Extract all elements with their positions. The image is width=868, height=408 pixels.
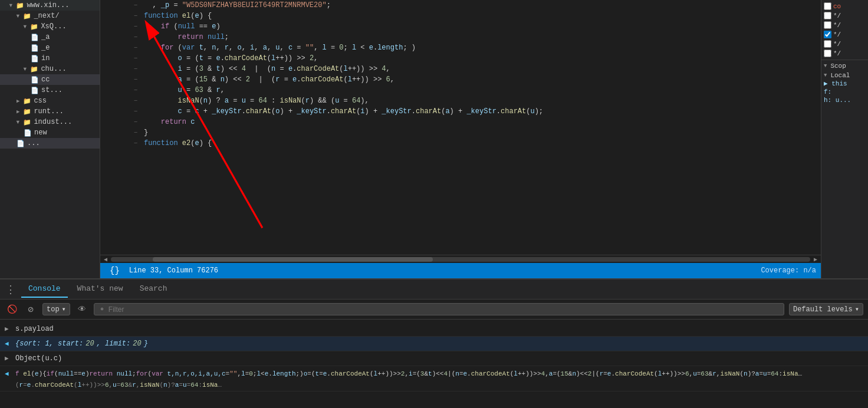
code-line: – function e2(e) { — [100, 138, 821, 149]
file-icon: 📄 — [17, 140, 25, 147]
sidebar-label: indust... — [34, 118, 72, 126]
sidebar-label: _e — [41, 44, 50, 52]
scope-header-row: ▼ Scop — [824, 62, 866, 70]
sidebar-label: in — [41, 54, 50, 62]
line-content: if (null == e) — [142, 21, 821, 32]
expand-arrow-icon[interactable]: ▶ — [5, 325, 13, 333]
checkbox-5[interactable] — [824, 50, 831, 57]
line-content: , _p = "W5DS0NFZHAYB8EUI2T649RT2MNRMVE20… — [142, 0, 821, 11]
code-view[interactable]: – , _p = "W5DS0NFZHAYB8EUI2T649RT2MNRMVE… — [100, 0, 821, 255]
sidebar-item-www[interactable]: ▶ 📁 www.xin... — [0, 0, 100, 11]
sidebar-item-unknown[interactable]: 📄 ... — [0, 138, 100, 149]
chevron-down-icon: ▾ — [62, 305, 66, 314]
file-icon: 📄 — [31, 34, 39, 41]
scope-triangle-icon: ▼ — [824, 63, 827, 69]
line-content: u = 63 & r, — [142, 85, 821, 96]
tab-whats-new[interactable]: What's new — [70, 281, 130, 298]
checkbox-co[interactable] — [824, 2, 831, 10]
status-curly-icon[interactable]: {} — [105, 266, 124, 275]
triangle-icon: ▶ — [22, 25, 28, 28]
expand-arrow-icon[interactable]: ▶ — [5, 354, 13, 362]
sidebar-label: css — [34, 97, 47, 105]
file-icon: 📄 — [31, 55, 39, 62]
checkbox-label: */ — [833, 12, 841, 19]
sidebar-item-new[interactable]: 📄 new — [0, 127, 100, 138]
sidebar-item-in[interactable]: 📄 in — [0, 53, 100, 64]
line-number — [100, 74, 130, 85]
line-dash: – — [130, 106, 142, 117]
tab-console[interactable]: Console — [21, 281, 68, 298]
line-dash: – — [130, 53, 142, 64]
line-dash: – — [130, 0, 142, 11]
checkbox-row-3: */ — [824, 31, 866, 38]
scope-header-label: Scop — [830, 62, 846, 70]
code-entry-continuation: (r=e.charCodeAt(l++))>>6,u=63&r,isNaN(n)… — [5, 381, 222, 389]
sidebar-item-cc[interactable]: 📄 cc — [0, 74, 100, 85]
scope-section: ▼ Scop ▼ Local ▶ this f: h: u... — [821, 60, 868, 107]
line-number — [100, 0, 130, 11]
scroll-thumb[interactable] — [153, 257, 432, 262]
context-label: top — [47, 305, 60, 314]
sidebar-item-runt[interactable]: ▶ 📁 runt... — [0, 106, 100, 117]
context-selector[interactable]: top ▾ — [42, 303, 70, 315]
sidebar-item-e[interactable]: 📄 _e — [0, 42, 100, 53]
folder-icon: 📁 — [30, 23, 38, 31]
sidebar-item-a[interactable]: 📄 _a — [0, 32, 100, 42]
sidebar-item-xsq[interactable]: ▶ 📁 XsQ... — [0, 21, 100, 32]
scroll-left-button[interactable]: ◀ — [100, 255, 111, 264]
settings-button[interactable]: ⊘ — [24, 302, 38, 317]
clear-console-button[interactable]: 🚫 — [5, 302, 19, 317]
filter-area: ⚬ — [94, 303, 784, 315]
sidebar-label: st... — [41, 86, 63, 94]
sidebar-item-next[interactable]: ▶ 📁 _next/ — [0, 11, 100, 21]
filter-icon: ⚬ — [99, 305, 105, 314]
scope-item-h: h: u... — [824, 96, 866, 104]
sidebar-label: new — [34, 129, 47, 137]
code-line: – } — [100, 127, 821, 138]
bottom-panel: ⋮ Console What's new Search 🚫 ⊘ top ▾ 👁 … — [0, 278, 868, 408]
tab-search[interactable]: Search — [133, 281, 175, 298]
horizontal-scrollbar[interactable]: ◀ ▶ — [100, 255, 821, 263]
more-options-button[interactable]: ⋮ — [2, 281, 19, 298]
line-content: i = (3 & t) << 4 | (n = e.charCodeAt(l++… — [142, 64, 821, 74]
sidebar-item-st[interactable]: 📄 st... — [0, 85, 100, 96]
sidebar-item-chu[interactable]: ▶ 📁 chu... — [0, 64, 100, 74]
checkbox-label: */ — [833, 50, 841, 57]
eye-button[interactable]: 👁 — [75, 302, 89, 317]
right-panel-checkboxes: co */ */ */ */ */ — [821, 0, 868, 60]
sidebar-item-indust[interactable]: ▶ 📁 indust... — [0, 117, 100, 127]
checkbox-row-4: */ — [824, 40, 866, 48]
filter-input[interactable] — [108, 305, 779, 314]
checkbox-label: */ — [833, 41, 841, 48]
checkbox-label: */ — [833, 22, 841, 29]
scroll-track[interactable] — [111, 257, 810, 262]
status-bar: {} Line 33, Column 76276 Coverage: n/a — [100, 263, 821, 278]
collapse-arrow-icon[interactable]: ◀ — [5, 340, 13, 347]
sidebar-item-css[interactable]: ▶ 📁 css — [0, 96, 100, 106]
checkbox-4[interactable] — [824, 40, 831, 48]
entry-text: Object(u.c) — [15, 353, 62, 364]
scope-item-label: h: u... — [824, 97, 851, 104]
console-entry-sort: ◀ {sort: 1, start: 20 , limit: 20 } — [0, 337, 868, 351]
coverage-label: Coverage: n/a — [761, 266, 816, 275]
console-entry-payload: ▶ s.payload — [0, 322, 868, 337]
line-number — [100, 106, 130, 117]
code-entry-row: ◀ f el(e){if(null==e)return null;for(var… — [5, 368, 802, 379]
checkbox-3[interactable] — [824, 31, 831, 38]
checkbox-1[interactable] — [824, 12, 831, 19]
scroll-right-button[interactable]: ▶ — [810, 255, 821, 264]
line-dash: – — [130, 32, 142, 42]
console-output[interactable]: ▶ s.payload ◀ {sort: 1, start: 20 , limi… — [0, 320, 868, 408]
code-line: – function el(e) { — [100, 11, 821, 21]
entry-text: s.payload — [15, 324, 54, 334]
entry-close: } — [144, 338, 148, 349]
checkbox-row-5: */ — [824, 50, 866, 57]
line-dash: – — [130, 85, 142, 96]
line-content: return c — [142, 117, 821, 127]
code-entry-text: f el(e){if(null==e)return null;for(var t… — [15, 368, 802, 379]
checkbox-2[interactable] — [824, 21, 831, 29]
line-column-text: Line 33, Column 76276 — [129, 266, 218, 275]
levels-selector[interactable]: Default levels ▾ — [789, 303, 863, 315]
code-line: – return c — [100, 117, 821, 127]
file-icon: 📄 — [24, 129, 32, 137]
